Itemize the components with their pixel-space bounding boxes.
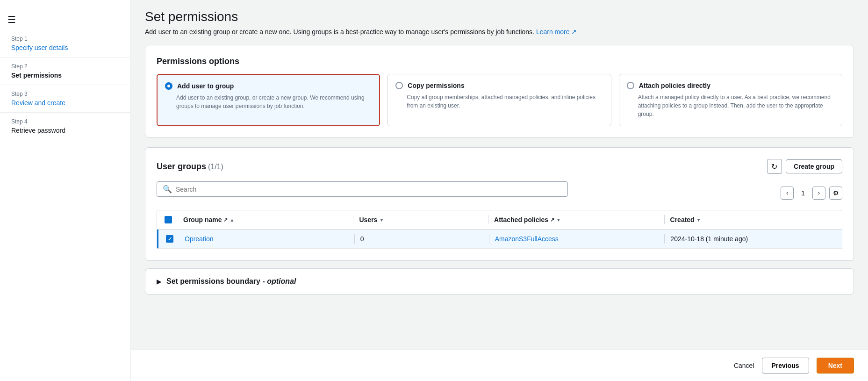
radio-attach-policies[interactable] — [627, 82, 634, 89]
next-page-button[interactable]: › — [812, 187, 825, 200]
next-page-icon: › — [818, 190, 820, 196]
step-4-label: Step 4 — [11, 118, 119, 125]
previous-button[interactable]: Previous — [762, 358, 809, 374]
step-1-item: Step 1 Specify user details — [0, 30, 130, 58]
header-users-sort: ▼ — [379, 217, 384, 223]
prev-page-button[interactable]: ‹ — [781, 187, 794, 200]
step-4-title: Retrieve password — [11, 127, 119, 134]
sidebar: ☰ Step 1 Specify user details Step 2 Set… — [0, 0, 131, 381]
step-3-label: Step 3 — [11, 91, 119, 97]
search-pagination-row: 🔍 ‹ 1 › ⚙ — [157, 181, 842, 204]
pagination: ‹ 1 › ⚙ — [781, 187, 842, 200]
subtitle-text: Add user to an existing group or create … — [145, 28, 534, 36]
header-group-name[interactable]: Group name ↗ ▲ — [183, 216, 347, 223]
external-link-icon: ↗ — [571, 28, 577, 36]
header-users-label: Users — [359, 216, 377, 223]
user-groups-table: Group name ↗ ▲ Users ▼ Attached policies… — [157, 210, 842, 249]
step-3-title[interactable]: Review and create — [11, 99, 65, 107]
gear-icon: ⚙ — [833, 189, 839, 197]
user-groups-title-area: User groups (1/1) — [157, 162, 223, 172]
learn-more-link[interactable]: Learn more ↗ — [536, 28, 577, 36]
radio-add-to-group[interactable] — [165, 82, 172, 90]
step-1-label: Step 1 — [11, 36, 119, 42]
option-attach-policies-header: Attach policies directly — [627, 82, 834, 89]
table-row: Opreation 0 AmazonS3FullAccess 2024-10-1… — [157, 230, 842, 249]
option-add-to-group-desc: Add user to an existing group, or create… — [176, 93, 372, 110]
row-divider-2 — [489, 234, 489, 244]
footer: Cancel Previous Next — [131, 350, 868, 381]
header-check[interactable] — [165, 216, 183, 223]
expand-arrow-icon: ▶ — [157, 278, 162, 285]
header-created-label: Created — [670, 216, 695, 223]
permissions-options-card: Permissions options Add user to group Ad… — [145, 45, 854, 138]
hamburger-icon: ☰ — [7, 14, 16, 25]
header-group-name-sort-asc: ▲ — [230, 217, 234, 223]
option-attach-policies[interactable]: Attach policies directly Attach a manage… — [619, 74, 842, 126]
option-attach-policies-desc: Attach a managed policy directly to a us… — [638, 93, 834, 118]
search-icon: 🔍 — [163, 185, 172, 194]
search-bar[interactable]: 🔍 — [157, 181, 568, 197]
row-group-name: Opreation — [185, 235, 349, 243]
step-3-item: Step 3 Review and create — [0, 85, 130, 113]
header-created[interactable]: Created ▼ — [670, 216, 834, 223]
permissions-options-title: Permissions options — [157, 57, 842, 66]
option-copy-permissions[interactable]: Copy permissions Copy all group membersh… — [387, 74, 611, 126]
divider-1 — [353, 215, 353, 224]
option-add-to-group[interactable]: Add user to group Add user to an existin… — [157, 74, 380, 126]
section-actions: ↻ Create group — [767, 159, 842, 174]
table-settings-button[interactable]: ⚙ — [829, 187, 842, 200]
user-groups-count: (1/1) — [208, 163, 223, 171]
search-input[interactable] — [176, 186, 562, 193]
step-4-item: Step 4 Retrieve password — [0, 113, 130, 140]
cancel-button[interactable]: Cancel — [734, 362, 754, 369]
header-users[interactable]: Users ▼ — [359, 216, 482, 223]
permissions-boundary-section[interactable]: ▶ Set permissions boundary - optional — [145, 268, 854, 295]
select-all-checkbox[interactable] — [165, 216, 172, 223]
permissions-boundary-optional: optional — [267, 277, 296, 285]
policy-link[interactable]: AmazonS3FullAccess — [495, 235, 559, 243]
option-copy-permissions-header: Copy permissions — [395, 82, 603, 89]
prev-page-icon: ‹ — [786, 190, 788, 196]
header-policies-sort: ▼ — [556, 217, 561, 223]
table-header: Group name ↗ ▲ Users ▼ Attached policies… — [157, 210, 842, 230]
step-2-title: Set permissions — [11, 72, 119, 79]
row-divider-3 — [664, 234, 665, 244]
header-policies[interactable]: Attached policies ↗ ▼ — [494, 216, 658, 223]
row-users: 0 — [360, 235, 483, 243]
radio-copy-permissions[interactable] — [395, 82, 403, 89]
header-group-name-label: Group name — [183, 216, 222, 223]
divider-3 — [664, 215, 665, 224]
option-copy-permissions-title: Copy permissions — [408, 82, 464, 89]
option-attach-policies-title: Attach policies directly — [639, 82, 710, 89]
step-2-item: Step 2 Set permissions — [0, 58, 130, 85]
page-subtitle: Add user to an existing group or create … — [145, 28, 854, 36]
page-number: 1 — [797, 189, 809, 197]
permissions-grid: Add user to group Add user to an existin… — [157, 74, 842, 126]
row-checkbox[interactable] — [166, 235, 173, 243]
header-policies-label: Attached policies — [494, 216, 548, 223]
main-content: Set permissions Add user to an existing … — [131, 0, 868, 381]
row-policies: AmazonS3FullAccess — [495, 235, 659, 243]
divider-2 — [488, 215, 488, 224]
user-groups-card: User groups (1/1) ↻ Create group 🔍 ‹ 1 — [145, 147, 854, 261]
step-2-label: Step 2 — [11, 63, 119, 70]
header-group-name-external-icon: ↗ — [223, 217, 228, 223]
header-policies-external-icon: ↗ — [550, 217, 554, 223]
menu-icon[interactable]: ☰ — [0, 9, 130, 30]
row-divider-1 — [354, 234, 355, 244]
row-check[interactable] — [166, 235, 185, 243]
permissions-boundary-title: Set permissions boundary - optional — [166, 277, 296, 286]
option-copy-permissions-desc: Copy all group memberships, attached man… — [407, 93, 603, 110]
option-add-to-group-title: Add user to group — [177, 82, 234, 90]
row-created: 2024-10-18 (1 minute ago) — [670, 235, 834, 243]
page-title: Set permissions — [145, 9, 854, 24]
header-created-sort: ▼ — [696, 217, 701, 223]
refresh-button[interactable]: ↻ — [767, 159, 782, 174]
create-group-button[interactable]: Create group — [786, 159, 842, 173]
next-button[interactable]: Next — [817, 358, 854, 374]
option-add-to-group-header: Add user to group — [165, 82, 372, 90]
refresh-icon: ↻ — [771, 162, 777, 171]
user-groups-header: User groups (1/1) ↻ Create group — [157, 159, 842, 174]
group-name-link[interactable]: Opreation — [185, 235, 213, 243]
step-1-title[interactable]: Specify user details — [11, 44, 68, 51]
